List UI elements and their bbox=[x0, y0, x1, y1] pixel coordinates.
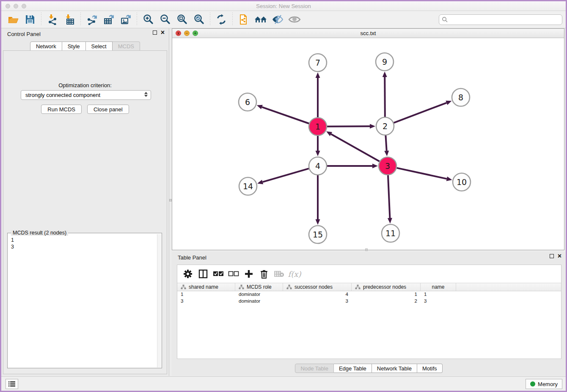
table-cell[interactable]: 3 bbox=[421, 298, 456, 305]
table-cell[interactable]: dominator bbox=[235, 298, 283, 305]
zoom-out-button[interactable] bbox=[157, 12, 173, 27]
table-cell[interactable]: dominator bbox=[235, 291, 283, 298]
network-canvas-svg[interactable]: 7968124314101511 bbox=[172, 38, 564, 250]
new-table-button[interactable] bbox=[100, 12, 117, 27]
open-session-button[interactable] bbox=[5, 12, 22, 27]
graph-node-4[interactable]: 4 bbox=[309, 157, 327, 175]
float-panel-icon[interactable] bbox=[153, 30, 157, 35]
table-cell[interactable]: 2 bbox=[352, 298, 421, 305]
fit-content-icon bbox=[176, 14, 187, 25]
graph-node-6[interactable]: 6 bbox=[239, 93, 256, 111]
table-cell[interactable]: 1 bbox=[421, 291, 456, 298]
save-session-button[interactable] bbox=[22, 12, 39, 27]
create-column-button[interactable] bbox=[242, 268, 255, 280]
home-button[interactable] bbox=[252, 12, 269, 27]
edge-arrowhead-icon bbox=[384, 151, 389, 156]
float-panel-icon[interactable] bbox=[550, 254, 554, 258]
graph-edge-1-6[interactable] bbox=[262, 107, 309, 124]
delete-column-button[interactable] bbox=[258, 268, 270, 280]
graph-edge-3-10[interactable] bbox=[396, 168, 446, 179]
task-history-button[interactable] bbox=[6, 379, 18, 389]
birds-eye-view-button[interactable] bbox=[286, 12, 303, 27]
edge-arrowhead-icon bbox=[316, 72, 320, 78]
graph-node-14[interactable]: 14 bbox=[239, 177, 257, 195]
table-cell[interactable]: 1 bbox=[177, 291, 235, 298]
refresh-button[interactable] bbox=[213, 12, 230, 27]
column-header-shared-name[interactable]: shared name bbox=[177, 283, 235, 291]
graph-edge-2-8[interactable] bbox=[394, 103, 447, 123]
zoom-selected-icon bbox=[193, 14, 204, 25]
mcds-tab-content: Optimization criterion: strongly connect… bbox=[3, 50, 167, 374]
close-panel-icon[interactable]: × bbox=[161, 30, 165, 35]
table-row[interactable]: 1dominator411 bbox=[177, 291, 561, 298]
table-cell[interactable]: 4 bbox=[283, 291, 352, 298]
graph-edge-2-3[interactable] bbox=[385, 135, 386, 151]
clone-network-button[interactable] bbox=[235, 12, 252, 27]
column-header-name[interactable]: name bbox=[421, 283, 456, 291]
graph-edge-3-1[interactable] bbox=[331, 134, 379, 162]
toolbar-separator bbox=[210, 13, 210, 26]
close-panel-button[interactable]: Close panel bbox=[87, 105, 129, 114]
plus-icon bbox=[244, 269, 253, 279]
graph-node-11[interactable]: 11 bbox=[382, 224, 399, 242]
import-network-button[interactable] bbox=[44, 12, 61, 27]
node-label: 1 bbox=[315, 122, 320, 131]
control-tab-mcds[interactable]: MCDS bbox=[113, 41, 140, 51]
graph-node-9[interactable]: 9 bbox=[376, 53, 394, 71]
import-table-button[interactable] bbox=[61, 12, 78, 27]
home-icon bbox=[254, 14, 267, 25]
run-mcds-button[interactable]: Run MCDS bbox=[41, 105, 82, 114]
select-all-columns-button[interactable] bbox=[212, 268, 225, 280]
node-label: 10 bbox=[457, 177, 467, 187]
toolbar-separator bbox=[80, 13, 81, 26]
memory-button[interactable]: Memory bbox=[526, 379, 562, 389]
graph-edge-3-11[interactable] bbox=[388, 175, 390, 218]
column-header-successor-nodes[interactable]: successor nodes bbox=[283, 283, 352, 291]
search-input[interactable] bbox=[439, 14, 562, 25]
mcds-result-text[interactable]: 13 bbox=[8, 234, 157, 368]
close-panel-icon[interactable]: × bbox=[558, 254, 561, 258]
graph-node-15[interactable]: 15 bbox=[309, 226, 327, 243]
table-cell[interactable]: 3 bbox=[283, 298, 352, 305]
horizontal-splitter-handle[interactable] bbox=[365, 248, 368, 251]
criterion-dropdown[interactable]: strongly connected component bbox=[21, 90, 151, 100]
table-settings-button[interactable] bbox=[182, 268, 194, 280]
function-builder-button[interactable]: f(x) bbox=[288, 268, 301, 280]
graph-node-3[interactable]: 3 bbox=[379, 157, 396, 175]
table-tab-edge-table[interactable]: Edge Table bbox=[334, 364, 372, 373]
table-tab-node-table[interactable]: Node Table bbox=[295, 364, 334, 373]
export-image-button[interactable] bbox=[117, 12, 134, 27]
node-label: 11 bbox=[385, 229, 396, 238]
control-tab-style[interactable]: Style bbox=[62, 41, 86, 51]
control-tab-select[interactable]: Select bbox=[86, 41, 113, 51]
table-cell[interactable]: 1 bbox=[352, 291, 421, 298]
show-column-panel-button[interactable] bbox=[197, 268, 209, 280]
mcds-result-scrollbar[interactable] bbox=[157, 234, 161, 367]
table-row[interactable]: 3dominator323 bbox=[177, 298, 561, 305]
graph-edge-2-9[interactable] bbox=[385, 77, 385, 117]
graph-node-7[interactable]: 7 bbox=[309, 54, 327, 72]
graph-edge-1-2[interactable] bbox=[327, 126, 370, 127]
optimization-criterion-label: Optimization criterion: bbox=[3, 82, 167, 88]
show-hide-graphics-details-button[interactable] bbox=[269, 12, 286, 27]
zoom-in-icon bbox=[143, 14, 154, 25]
table-cell[interactable]: 3 bbox=[177, 298, 235, 305]
zoom-selected-button[interactable] bbox=[190, 12, 207, 27]
vertical-splitter-handle[interactable] bbox=[169, 199, 172, 202]
delete-table-button[interactable] bbox=[273, 268, 286, 280]
table-tab-network-table[interactable]: Network Table bbox=[372, 364, 417, 373]
column-header-MCDS-role[interactable]: MCDS role bbox=[235, 283, 283, 291]
graph-node-1[interactable]: 1 bbox=[309, 118, 327, 135]
table-tab-motifs[interactable]: Motifs bbox=[417, 364, 443, 373]
control-tab-network[interactable]: Network bbox=[30, 41, 62, 51]
deselect-all-columns-button[interactable] bbox=[227, 268, 240, 280]
graph-node-2[interactable]: 2 bbox=[376, 117, 394, 135]
gear-icon bbox=[183, 269, 193, 279]
new-network-button[interactable] bbox=[83, 12, 100, 27]
graph-node-10[interactable]: 10 bbox=[453, 173, 471, 191]
graph-edge-4-14[interactable] bbox=[263, 168, 309, 182]
zoom-in-button[interactable] bbox=[140, 12, 157, 27]
fit-content-button[interactable] bbox=[173, 12, 190, 27]
column-header-predecessor-nodes[interactable]: predecessor nodes bbox=[352, 283, 421, 291]
graph-node-8[interactable]: 8 bbox=[452, 88, 470, 106]
